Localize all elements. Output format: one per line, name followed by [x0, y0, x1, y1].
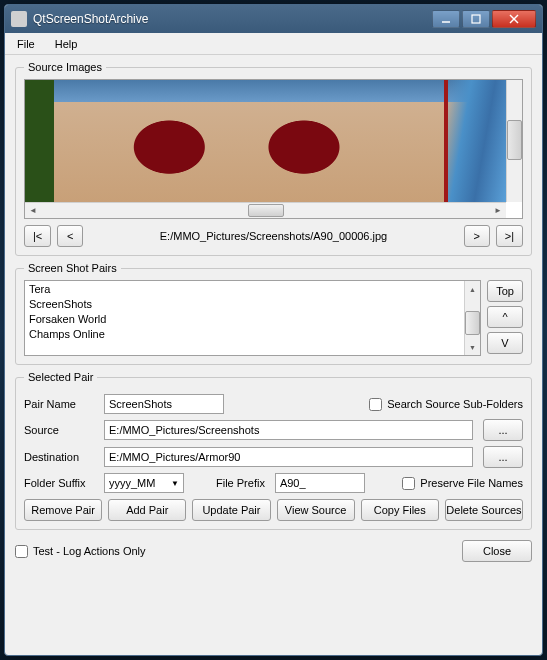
remove-pair-button[interactable]: Remove Pair	[24, 499, 102, 521]
image-path: E:/MMO_Pictures/Screenshots/A90_00006.jp…	[89, 230, 457, 242]
screenshot-preview	[25, 80, 506, 202]
test-mode-checkbox[interactable]: Test - Log Actions Only	[15, 545, 146, 558]
window-controls	[432, 10, 536, 28]
update-pair-button[interactable]: Update Pair	[192, 499, 270, 521]
destination-input[interactable]	[104, 447, 473, 467]
next-image-button[interactable]: >	[464, 225, 490, 247]
image-nav-row: |< < E:/MMO_Pictures/Screenshots/A90_000…	[24, 225, 523, 247]
menubar: File Help	[5, 33, 542, 55]
test-mode-label: Test - Log Actions Only	[33, 545, 146, 557]
scroll-up-icon[interactable]: ▲	[465, 281, 480, 297]
hscroll-track[interactable]	[41, 203, 490, 218]
search-subfolders-label: Search Source Sub-Folders	[387, 398, 523, 410]
selected-pair-group: Selected Pair Pair Name Search Source Su…	[15, 371, 532, 530]
hscroll-right-icon[interactable]: ►	[490, 204, 506, 218]
content-area: Source Images ◄ ► |< < E:/MMO_Pictures/S…	[5, 55, 542, 655]
list-item[interactable]: Tera	[25, 281, 464, 296]
app-icon	[11, 11, 27, 27]
file-prefix-label: File Prefix	[216, 477, 265, 489]
folder-suffix-label: Folder Suffix	[24, 477, 94, 489]
move-up-button[interactable]: ^	[487, 306, 523, 328]
folder-suffix-combo[interactable]: yyyy_MM ▼	[104, 473, 184, 493]
image-vscrollbar[interactable]	[506, 80, 522, 202]
move-down-button[interactable]: V	[487, 332, 523, 354]
source-input[interactable]	[104, 420, 473, 440]
selected-pair-legend: Selected Pair	[24, 371, 97, 383]
menu-file[interactable]: File	[7, 33, 45, 54]
pair-name-label: Pair Name	[24, 398, 94, 410]
first-image-button[interactable]: |<	[24, 225, 51, 247]
list-item[interactable]: Forsaken World	[25, 311, 464, 326]
maximize-button[interactable]	[462, 10, 490, 28]
last-image-button[interactable]: >|	[496, 225, 523, 247]
list-item[interactable]: ScreenShots	[25, 296, 464, 311]
source-label: Source	[24, 424, 94, 436]
test-mode-input[interactable]	[15, 545, 28, 558]
svg-rect-1	[472, 15, 480, 23]
scroll-down-icon[interactable]: ▼	[465, 339, 480, 355]
pair-name-input[interactable]	[104, 394, 224, 414]
pairs-side-buttons: Top ^ V	[487, 280, 523, 356]
app-window: QtScreenShotArchive File Help Source Ima…	[4, 4, 543, 656]
close-button[interactable]: Close	[462, 540, 532, 562]
delete-sources-button[interactable]: Delete Sources	[445, 499, 523, 521]
pairs-group: Screen Shot Pairs Tera ScreenShots Forsa…	[15, 262, 532, 365]
window-title: QtScreenShotArchive	[33, 12, 432, 26]
destination-label: Destination	[24, 451, 94, 463]
titlebar: QtScreenShotArchive	[5, 5, 542, 33]
menu-help[interactable]: Help	[45, 33, 88, 54]
list-vscrollbar[interactable]: ▲ ▼	[464, 281, 480, 355]
view-source-button[interactable]: View Source	[277, 499, 355, 521]
copy-files-button[interactable]: Copy Files	[361, 499, 439, 521]
action-button-row: Remove Pair Add Pair Update Pair View So…	[24, 499, 523, 521]
add-pair-button[interactable]: Add Pair	[108, 499, 186, 521]
top-button[interactable]: Top	[487, 280, 523, 302]
preserve-filenames-input[interactable]	[402, 477, 415, 490]
vscroll-thumb[interactable]	[507, 120, 522, 160]
source-images-legend: Source Images	[24, 61, 106, 73]
pairs-legend: Screen Shot Pairs	[24, 262, 121, 274]
search-subfolders-checkbox[interactable]: Search Source Sub-Folders	[369, 398, 523, 411]
image-hscrollbar[interactable]: ◄ ►	[25, 202, 506, 218]
preserve-filenames-checkbox[interactable]: Preserve File Names	[402, 477, 523, 490]
list-item[interactable]: Champs Online	[25, 326, 464, 341]
preserve-filenames-label: Preserve File Names	[420, 477, 523, 489]
list-scroll-thumb[interactable]	[465, 311, 480, 335]
pairs-listbox[interactable]: Tera ScreenShots Forsaken World Champs O…	[24, 280, 481, 356]
image-panel: ◄ ►	[24, 79, 523, 219]
file-prefix-input[interactable]	[275, 473, 365, 493]
browse-source-button[interactable]: ...	[483, 419, 523, 441]
footer-row: Test - Log Actions Only Close	[15, 536, 532, 562]
source-images-group: Source Images ◄ ► |< < E:/MMO_Pictures/S…	[15, 61, 532, 256]
chevron-down-icon: ▼	[171, 479, 179, 488]
folder-suffix-value: yyyy_MM	[109, 477, 155, 489]
prev-image-button[interactable]: <	[57, 225, 83, 247]
hscroll-left-icon[interactable]: ◄	[25, 204, 41, 218]
search-subfolders-input[interactable]	[369, 398, 382, 411]
browse-destination-button[interactable]: ...	[483, 446, 523, 468]
hscroll-thumb[interactable]	[248, 204, 284, 217]
minimize-button[interactable]	[432, 10, 460, 28]
close-window-button[interactable]	[492, 10, 536, 28]
